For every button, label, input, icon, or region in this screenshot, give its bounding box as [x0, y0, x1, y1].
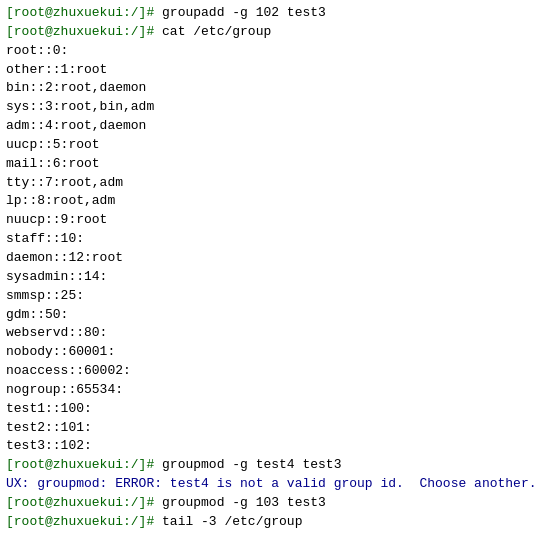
command-text: groupmod -g 103 test3	[162, 495, 326, 510]
prompt-text: [root@zhuxuekui:/]#	[6, 24, 162, 39]
terminal-line: test3::102:	[6, 437, 543, 456]
command-text: groupmod -g test4 test3	[162, 457, 341, 472]
terminal-line: [root@zhuxuekui:/]# groupmod -g 103 test…	[6, 494, 543, 513]
command-text: cat /etc/group	[162, 24, 271, 39]
terminal-window: [root@zhuxuekui:/]# groupadd -g 102 test…	[0, 0, 549, 533]
terminal-line: [root@zhuxuekui:/]# groupmod -g test4 te…	[6, 456, 543, 475]
prompt-text: [root@zhuxuekui:/]#	[6, 514, 162, 529]
terminal-line: test1::100:	[6, 400, 543, 419]
terminal-line: uucp::5:root	[6, 136, 543, 155]
terminal-line: daemon::12:root	[6, 249, 543, 268]
terminal-line: gdm::50:	[6, 306, 543, 325]
terminal-line: lp::8:root,adm	[6, 192, 543, 211]
terminal-line: sysadmin::14:	[6, 268, 543, 287]
terminal-line: nobody::60001:	[6, 343, 543, 362]
terminal-line: staff::10:	[6, 230, 543, 249]
terminal-line: [root@zhuxuekui:/]# groupadd -g 102 test…	[6, 4, 543, 23]
terminal-line: test2::101:	[6, 419, 543, 438]
terminal-line: root::0:	[6, 42, 543, 61]
prompt-text: [root@zhuxuekui:/]#	[6, 457, 162, 472]
terminal-line: [root@zhuxuekui:/]# cat /etc/group	[6, 23, 543, 42]
terminal-line: sys::3:root,bin,adm	[6, 98, 543, 117]
terminal-line: bin::2:root,daemon	[6, 79, 543, 98]
terminal-line: adm::4:root,daemon	[6, 117, 543, 136]
terminal-line: UX: groupmod: ERROR: test4 is not a vali…	[6, 475, 543, 494]
prompt-text: [root@zhuxuekui:/]#	[6, 495, 162, 510]
terminal-line: other::1:root	[6, 61, 543, 80]
command-text: groupadd -g 102 test3	[162, 5, 326, 20]
terminal-line: webservd::80:	[6, 324, 543, 343]
terminal-line: noaccess::60002:	[6, 362, 543, 381]
terminal-line: nuucp::9:root	[6, 211, 543, 230]
prompt-text: [root@zhuxuekui:/]#	[6, 5, 162, 20]
terminal-line: smmsp::25:	[6, 287, 543, 306]
command-text: tail -3 /etc/group	[162, 514, 302, 529]
terminal-line: nogroup::65534:	[6, 381, 543, 400]
terminal-line: [root@zhuxuekui:/]# tail -3 /etc/group	[6, 513, 543, 532]
terminal-line: mail::6:root	[6, 155, 543, 174]
terminal-line: tty::7:root,adm	[6, 174, 543, 193]
